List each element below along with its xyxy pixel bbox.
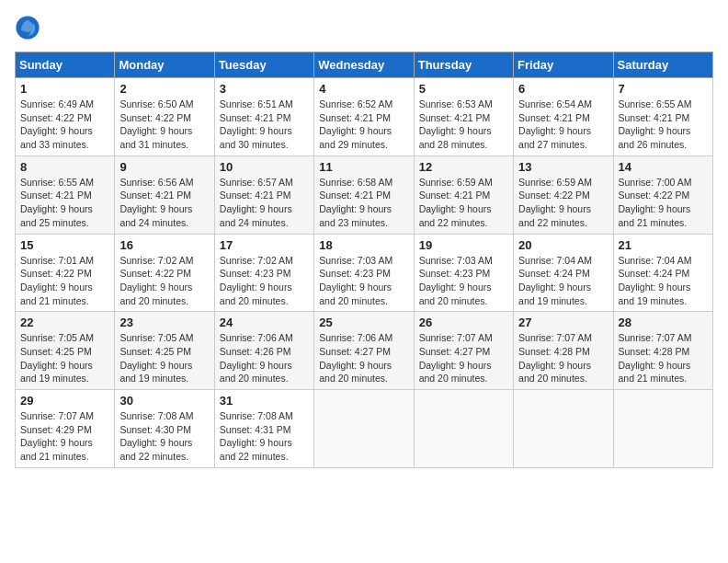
calendar-cell: 19 Sunrise: 7:03 AM Sunset: 4:23 PM Dayl…: [414, 234, 513, 312]
day-info: Sunrise: 7:06 AM Sunset: 4:27 PM Dayligh…: [319, 331, 408, 385]
day-info: Sunrise: 6:58 AM Sunset: 4:21 PM Dayligh…: [319, 176, 408, 230]
calendar-week-2: 8 Sunrise: 6:55 AM Sunset: 4:21 PM Dayli…: [16, 155, 713, 234]
calendar-cell: 15 Sunrise: 7:01 AM Sunset: 4:22 PM Dayl…: [16, 234, 115, 312]
day-info: Sunrise: 6:51 AM Sunset: 4:21 PM Dayligh…: [220, 98, 309, 152]
weekday-header-saturday: Saturday: [613, 52, 712, 78]
day-number: 23: [119, 316, 209, 329]
calendar-cell: 26 Sunrise: 7:07 AM Sunset: 4:27 PM Dayl…: [414, 312, 513, 390]
day-number: 12: [419, 160, 508, 174]
calendar-cell: 17 Sunrise: 7:02 AM Sunset: 4:23 PM Dayl…: [214, 234, 313, 312]
day-info: Sunrise: 6:55 AM Sunset: 4:21 PM Dayligh…: [20, 176, 109, 230]
logo: [15, 15, 42, 40]
weekday-header-tuesday: Tuesday: [214, 52, 313, 78]
calendar-cell: [514, 390, 613, 468]
calendar-cell: 13 Sunrise: 6:59 AM Sunset: 4:22 PM Dayl…: [514, 155, 613, 234]
calendar-cell: 5 Sunrise: 6:53 AM Sunset: 4:21 PM Dayli…: [414, 78, 513, 156]
day-number: 8: [20, 160, 109, 174]
calendar-week-1: 1 Sunrise: 6:49 AM Sunset: 4:22 PM Dayli…: [16, 78, 713, 156]
day-number: 19: [419, 238, 508, 252]
calendar-cell: 31 Sunrise: 7:08 AM Sunset: 4:31 PM Dayl…: [214, 390, 313, 468]
day-number: 31: [220, 394, 309, 408]
day-info: Sunrise: 7:08 AM Sunset: 4:30 PM Dayligh…: [119, 409, 209, 464]
day-number: 14: [619, 160, 708, 174]
day-info: Sunrise: 7:02 AM Sunset: 4:22 PM Dayligh…: [119, 254, 209, 308]
day-number: 2: [119, 82, 209, 96]
day-info: Sunrise: 7:00 AM Sunset: 4:22 PM Dayligh…: [619, 176, 708, 230]
day-info: Sunrise: 7:02 AM Sunset: 4:23 PM Dayligh…: [220, 254, 309, 308]
calendar-cell: 8 Sunrise: 6:55 AM Sunset: 4:21 PM Dayli…: [16, 155, 115, 234]
calendar-cell: 22 Sunrise: 7:05 AM Sunset: 4:25 PM Dayl…: [16, 312, 115, 390]
calendar-cell: 28 Sunrise: 7:07 AM Sunset: 4:28 PM Dayl…: [613, 312, 712, 390]
day-info: Sunrise: 6:59 AM Sunset: 4:21 PM Dayligh…: [419, 176, 508, 230]
day-info: Sunrise: 7:04 AM Sunset: 4:24 PM Dayligh…: [518, 254, 608, 308]
day-info: Sunrise: 7:07 AM Sunset: 4:28 PM Dayligh…: [518, 331, 608, 385]
calendar-week-3: 15 Sunrise: 7:01 AM Sunset: 4:22 PM Dayl…: [16, 234, 713, 312]
day-number: 24: [220, 316, 309, 329]
day-number: 5: [419, 82, 508, 96]
day-number: 1: [20, 82, 109, 96]
day-number: 27: [518, 316, 608, 329]
weekday-header-thursday: Thursday: [414, 52, 513, 78]
day-info: Sunrise: 6:54 AM Sunset: 4:21 PM Dayligh…: [518, 98, 608, 152]
day-number: 29: [20, 394, 109, 408]
calendar-cell: 25 Sunrise: 7:06 AM Sunset: 4:27 PM Dayl…: [314, 312, 414, 390]
calendar-cell: 24 Sunrise: 7:06 AM Sunset: 4:26 PM Dayl…: [214, 312, 313, 390]
day-number: 30: [119, 394, 209, 408]
calendar-cell: 3 Sunrise: 6:51 AM Sunset: 4:21 PM Dayli…: [214, 78, 313, 156]
weekday-header-wednesday: Wednesday: [314, 52, 414, 78]
calendar-cell: 2 Sunrise: 6:50 AM Sunset: 4:22 PM Dayli…: [115, 78, 214, 156]
logo-icon: [15, 15, 40, 40]
calendar-cell: 29 Sunrise: 7:07 AM Sunset: 4:29 PM Dayl…: [16, 390, 115, 468]
day-number: 25: [319, 316, 408, 329]
day-info: Sunrise: 6:49 AM Sunset: 4:22 PM Dayligh…: [20, 98, 109, 152]
calendar-table: SundayMondayTuesdayWednesdayThursdayFrid…: [15, 52, 713, 468]
day-number: 22: [20, 316, 109, 329]
day-info: Sunrise: 7:08 AM Sunset: 4:31 PM Dayligh…: [220, 409, 309, 464]
day-info: Sunrise: 7:03 AM Sunset: 4:23 PM Dayligh…: [419, 254, 508, 308]
page-header: [15, 15, 713, 40]
day-number: 17: [220, 238, 309, 252]
day-info: Sunrise: 7:07 AM Sunset: 4:29 PM Dayligh…: [20, 409, 109, 464]
calendar-cell: 1 Sunrise: 6:49 AM Sunset: 4:22 PM Dayli…: [16, 78, 115, 156]
day-info: Sunrise: 6:53 AM Sunset: 4:21 PM Dayligh…: [419, 98, 508, 152]
calendar-cell: 16 Sunrise: 7:02 AM Sunset: 4:22 PM Dayl…: [115, 234, 214, 312]
day-info: Sunrise: 7:06 AM Sunset: 4:26 PM Dayligh…: [220, 331, 309, 385]
calendar-cell: 10 Sunrise: 6:57 AM Sunset: 4:21 PM Dayl…: [214, 155, 313, 234]
calendar-cell: 12 Sunrise: 6:59 AM Sunset: 4:21 PM Dayl…: [414, 155, 513, 234]
calendar-cell: 27 Sunrise: 7:07 AM Sunset: 4:28 PM Dayl…: [514, 312, 613, 390]
day-info: Sunrise: 7:01 AM Sunset: 4:22 PM Dayligh…: [20, 254, 109, 308]
weekday-header: SundayMondayTuesdayWednesdayThursdayFrid…: [16, 52, 713, 78]
calendar-cell: 7 Sunrise: 6:55 AM Sunset: 4:21 PM Dayli…: [613, 78, 712, 156]
calendar-cell: [414, 390, 513, 468]
calendar-cell: [613, 390, 712, 468]
calendar-cell: 14 Sunrise: 7:00 AM Sunset: 4:22 PM Dayl…: [613, 155, 712, 234]
day-number: 28: [619, 316, 708, 329]
day-info: Sunrise: 7:05 AM Sunset: 4:25 PM Dayligh…: [20, 331, 109, 385]
calendar-cell: 18 Sunrise: 7:03 AM Sunset: 4:23 PM Dayl…: [314, 234, 414, 312]
calendar-cell: 20 Sunrise: 7:04 AM Sunset: 4:24 PM Dayl…: [514, 234, 613, 312]
day-info: Sunrise: 6:55 AM Sunset: 4:21 PM Dayligh…: [619, 98, 708, 152]
day-number: 13: [518, 160, 608, 174]
day-info: Sunrise: 7:04 AM Sunset: 4:24 PM Dayligh…: [619, 254, 708, 308]
day-info: Sunrise: 6:56 AM Sunset: 4:21 PM Dayligh…: [119, 176, 209, 230]
day-number: 10: [220, 160, 309, 174]
calendar-cell: 9 Sunrise: 6:56 AM Sunset: 4:21 PM Dayli…: [115, 155, 214, 234]
calendar-cell: 4 Sunrise: 6:52 AM Sunset: 4:21 PM Dayli…: [314, 78, 414, 156]
day-info: Sunrise: 6:50 AM Sunset: 4:22 PM Dayligh…: [119, 98, 209, 152]
calendar-cell: 21 Sunrise: 7:04 AM Sunset: 4:24 PM Dayl…: [613, 234, 712, 312]
calendar-cell: 30 Sunrise: 7:08 AM Sunset: 4:30 PM Dayl…: [115, 390, 214, 468]
day-info: Sunrise: 6:52 AM Sunset: 4:21 PM Dayligh…: [319, 98, 408, 152]
day-info: Sunrise: 7:03 AM Sunset: 4:23 PM Dayligh…: [319, 254, 408, 308]
weekday-header-sunday: Sunday: [16, 52, 115, 78]
day-number: 9: [119, 160, 209, 174]
day-number: 6: [518, 82, 608, 96]
day-number: 7: [619, 82, 708, 96]
day-number: 18: [319, 238, 408, 252]
calendar-cell: 23 Sunrise: 7:05 AM Sunset: 4:25 PM Dayl…: [115, 312, 214, 390]
day-info: Sunrise: 7:05 AM Sunset: 4:25 PM Dayligh…: [119, 331, 209, 385]
calendar-cell: 11 Sunrise: 6:58 AM Sunset: 4:21 PM Dayl…: [314, 155, 414, 234]
day-number: 4: [319, 82, 408, 96]
calendar-body: 1 Sunrise: 6:49 AM Sunset: 4:22 PM Dayli…: [16, 78, 713, 468]
day-number: 11: [319, 160, 408, 174]
calendar-cell: 6 Sunrise: 6:54 AM Sunset: 4:21 PM Dayli…: [514, 78, 613, 156]
